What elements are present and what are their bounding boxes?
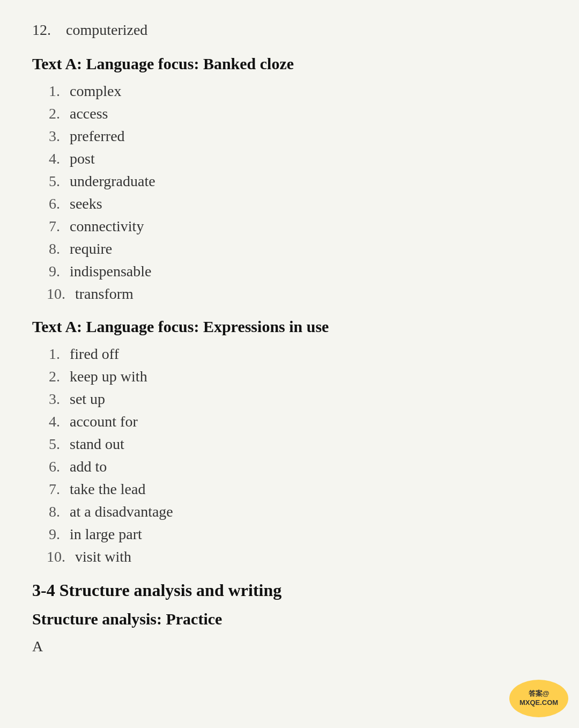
item-12-value: computerized bbox=[66, 21, 147, 38]
list-value: complex bbox=[70, 83, 121, 100]
list-value: keep up with bbox=[70, 368, 147, 385]
list-item: 5. undergraduate bbox=[32, 173, 547, 190]
structure-analysis-item-a: A bbox=[32, 638, 547, 655]
list-item: 5. stand out bbox=[32, 436, 547, 453]
list-num: 4. bbox=[32, 413, 60, 430]
list-value: seeks bbox=[70, 195, 102, 212]
list-value: in large part bbox=[70, 526, 142, 543]
structure-analysis-heading: Structure analysis: Practice bbox=[32, 610, 547, 628]
list-num: 1. bbox=[32, 345, 60, 363]
list-num: 5. bbox=[32, 436, 60, 453]
list-item: 6. add to bbox=[32, 458, 547, 475]
list-value: connectivity bbox=[70, 218, 144, 235]
item-12-num: 12. bbox=[32, 21, 51, 38]
item-12: 12. computerized bbox=[32, 21, 547, 39]
list-item: 1. complex bbox=[32, 83, 547, 100]
list-value: indispensable bbox=[70, 263, 151, 280]
section-34-heading: 3-4 Structure analysis and writing bbox=[32, 580, 547, 600]
list-num: 5. bbox=[32, 173, 60, 190]
list-value: post bbox=[70, 150, 95, 167]
list-value: visit with bbox=[75, 548, 131, 565]
list-item: 4. account for bbox=[32, 413, 547, 430]
list-value: at a disadvantage bbox=[70, 503, 173, 520]
list-num: 6. bbox=[32, 195, 60, 212]
watermark-line2: MXQE.COM bbox=[519, 698, 558, 708]
watermark-line1: 答案@ bbox=[529, 689, 550, 698]
expressions-list: 1. fired off 2. keep up with 3. set up 4… bbox=[32, 345, 547, 565]
list-num: 1. bbox=[32, 83, 60, 100]
list-value: fired off bbox=[70, 345, 119, 363]
list-num: 3. bbox=[32, 391, 60, 408]
list-item: 3. set up bbox=[32, 391, 547, 408]
list-item: 7. take the lead bbox=[32, 481, 547, 498]
expressions-heading: Text A: Language focus: Expressions in u… bbox=[32, 318, 547, 336]
list-num: 2. bbox=[32, 368, 60, 385]
banked-cloze-list: 1. complex 2. access 3. preferred 4. pos… bbox=[32, 83, 547, 303]
list-value: transform bbox=[75, 285, 133, 303]
list-item: 10. visit with bbox=[32, 548, 547, 565]
list-item: 9. indispensable bbox=[32, 263, 547, 280]
list-num: 7. bbox=[32, 218, 60, 235]
list-num: 8. bbox=[32, 503, 60, 520]
list-value: require bbox=[70, 240, 112, 258]
list-item: 10. transform bbox=[32, 285, 547, 303]
list-num: 10. bbox=[32, 285, 65, 303]
list-item: 7. connectivity bbox=[32, 218, 547, 235]
list-item: 2. keep up with bbox=[32, 368, 547, 385]
list-num: 6. bbox=[32, 458, 60, 475]
watermark: 答案@ MXQE.COM bbox=[509, 680, 568, 717]
list-num: 8. bbox=[32, 240, 60, 258]
list-item: 3. preferred bbox=[32, 128, 547, 145]
list-item: 6. seeks bbox=[32, 195, 547, 212]
list-item: 1. fired off bbox=[32, 345, 547, 363]
list-num: 9. bbox=[32, 526, 60, 543]
list-value: add to bbox=[70, 458, 107, 475]
list-num: 4. bbox=[32, 150, 60, 167]
list-value: undergraduate bbox=[70, 173, 155, 190]
list-item: 8. at a disadvantage bbox=[32, 503, 547, 520]
list-item: 9. in large part bbox=[32, 526, 547, 543]
list-num: 3. bbox=[32, 128, 60, 145]
list-num: 2. bbox=[32, 105, 60, 122]
list-item: 2. access bbox=[32, 105, 547, 122]
list-value: account for bbox=[70, 413, 138, 430]
banked-cloze-heading: Text A: Language focus: Banked cloze bbox=[32, 55, 547, 73]
list-value: take the lead bbox=[70, 481, 145, 498]
list-value: stand out bbox=[70, 436, 124, 453]
list-num: 9. bbox=[32, 263, 60, 280]
list-item: 4. post bbox=[32, 150, 547, 167]
list-item: 8. require bbox=[32, 240, 547, 258]
list-value: preferred bbox=[70, 128, 125, 145]
list-value: access bbox=[70, 105, 108, 122]
list-value: set up bbox=[70, 391, 105, 408]
list-num: 10. bbox=[32, 548, 65, 565]
list-num: 7. bbox=[32, 481, 60, 498]
